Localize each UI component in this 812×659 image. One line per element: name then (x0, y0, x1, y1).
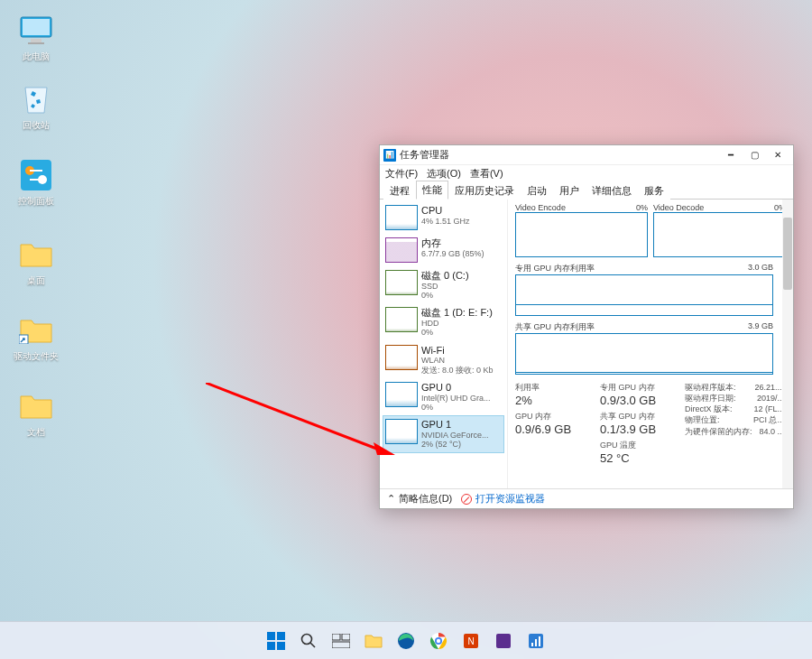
memory-sub: 6.7/7.9 GB (85%) (421, 249, 484, 258)
gpu1-sub: NVIDIA GeForce... (421, 431, 489, 440)
folder-shortcut-icon (18, 312, 54, 348)
wifi-sub: WLAN (421, 356, 494, 365)
svg-rect-12 (267, 642, 275, 650)
explorer-button[interactable] (359, 627, 388, 655)
icon-label: 控制面板 (18, 195, 54, 208)
sidebar-item-wifi[interactable]: Wi-Fi WLAN 发送: 8.0 接收: 0 Kb (383, 341, 504, 378)
spec-driver-date-label: 驱动程序日期: (685, 393, 736, 404)
gpu-thumb (385, 419, 418, 444)
disk0-title: 磁盘 0 (C:) (421, 270, 469, 282)
shared-value: 0.1/3.9 GB (600, 422, 679, 436)
desktop-icon-folder-1[interactable]: 桌面 (9, 237, 63, 287)
gpu-mem-label: GPU 内存 (515, 411, 595, 422)
wifi-title: Wi-Fi (421, 345, 494, 357)
desktop-icon-recycle-bin[interactable]: 回收站 (9, 81, 63, 132)
video-encode-label: Video Encode (515, 203, 566, 212)
scrollbar[interactable] (782, 200, 793, 488)
svg-line-8 (206, 383, 379, 450)
disk0-sub: SSD (421, 282, 469, 291)
util-value: 2% (515, 394, 595, 407)
shared-label: 共享 GPU 内存 (600, 411, 679, 422)
gpu0-title: GPU 0 (421, 382, 491, 394)
app-button-2[interactable] (489, 627, 518, 655)
spec-directx-label: DirectX 版本: (685, 404, 733, 414)
menu-options[interactable]: 选项(O) (427, 167, 461, 181)
icon-label: 桌面 (27, 274, 45, 287)
disk1-title: 磁盘 1 (D: E: F:) (421, 307, 493, 319)
app-icon: 📊 (383, 149, 396, 162)
svg-rect-25 (496, 634, 511, 648)
video-encode-graph[interactable]: Video Encode 0% (515, 203, 648, 257)
icon-label: 此电脑 (23, 51, 50, 63)
desktop-icon-this-pc[interactable]: 此电脑 (9, 13, 63, 63)
memory-title: 内存 (421, 237, 484, 249)
svg-rect-2 (31, 39, 42, 42)
svg-rect-13 (277, 642, 285, 650)
dedicated-label: 专用 GPU 内存 (600, 382, 679, 394)
desktop-icon-control-panel[interactable]: 控制面板 (9, 157, 63, 208)
prohibit-icon (461, 494, 472, 505)
close-button[interactable]: ✕ (766, 146, 789, 164)
tab-services[interactable]: 服务 (638, 181, 670, 200)
control-panel-icon (18, 157, 54, 193)
sidebar-item-disk-1[interactable]: 磁盘 1 (D: E: F:) HDD 0% (383, 303, 504, 340)
video-decode-label: Video Decode (653, 203, 704, 212)
spec-driver-ver-label: 驱动程序版本: (685, 382, 736, 393)
open-resource-monitor-link[interactable]: 打开资源监视器 (461, 492, 545, 506)
desktop-icon-folder-2[interactable]: 驱动文件夹 (9, 312, 63, 363)
icon-label: 驱动文件夹 (14, 350, 59, 363)
wifi-thumb (385, 345, 418, 370)
titlebar[interactable]: 📊 任务管理器 ━ ▢ ✕ (380, 145, 793, 165)
util-label: 利用率 (515, 382, 595, 394)
task-view-button[interactable] (327, 627, 355, 655)
chrome-button[interactable] (424, 627, 453, 655)
svg-rect-29 (539, 636, 540, 646)
tab-details[interactable]: 详细信息 (586, 181, 638, 200)
app-button-1[interactable]: N (457, 627, 485, 655)
desktop-icon-folder-3[interactable]: 文档 (9, 388, 63, 439)
tab-users[interactable]: 用户 (553, 181, 586, 200)
taskbar[interactable]: N (0, 621, 812, 659)
svg-line-15 (310, 643, 315, 647)
tab-processes[interactable]: 进程 (383, 181, 416, 200)
cpu-sub: 4% 1.51 GHz (421, 217, 470, 226)
menu-view[interactable]: 查看(V) (470, 167, 503, 181)
sidebar-item-disk-0[interactable]: 磁盘 0 (C:) SSD 0% (383, 266, 504, 303)
wifi-rate: 发送: 8.0 接收: 0 Kb (421, 366, 494, 375)
tab-app-history[interactable]: 应用历史记录 (448, 181, 521, 200)
menubar: 文件(F) 选项(O) 查看(V) (380, 165, 793, 181)
chevron-up-icon: ⌃ (387, 493, 395, 505)
search-button[interactable] (294, 627, 323, 655)
app-button-3[interactable] (521, 627, 550, 655)
maximize-button[interactable]: ▢ (743, 146, 766, 164)
tab-performance[interactable]: 性能 (416, 181, 448, 200)
svg-rect-18 (332, 642, 350, 648)
folder-icon (18, 388, 54, 424)
sidebar-item-memory[interactable]: 内存 6.7/7.9 GB (85%) (383, 234, 504, 266)
gpu0-pct: 0% (421, 403, 491, 412)
menu-file[interactable]: 文件(F) (385, 167, 418, 181)
brief-info-toggle[interactable]: ⌃简略信息(D) (387, 492, 452, 506)
sidebar-item-gpu-1[interactable]: GPU 1 NVIDIA GeForce... 2% (52 °C) (383, 415, 504, 452)
body: CPU 4% 1.51 GHz 内存 6.7/7.9 GB (85%) 磁盘 0… (380, 200, 793, 488)
sidebar-item-gpu-0[interactable]: GPU 0 Intel(R) UHD Gra... 0% (383, 378, 504, 415)
tab-startup[interactable]: 启动 (521, 181, 553, 200)
svg-rect-11 (277, 632, 285, 640)
minimize-button[interactable]: ━ (719, 146, 743, 164)
edge-button[interactable] (392, 627, 420, 655)
shared-mem-label: 共享 GPU 内存利用率 (515, 321, 595, 333)
disk1-pct: 0% (421, 328, 493, 337)
shared-mem-graph[interactable] (515, 333, 773, 375)
performance-sidebar[interactable]: CPU 4% 1.51 GHz 内存 6.7/7.9 GB (85%) 磁盘 0… (380, 200, 508, 488)
folder-icon (18, 237, 54, 273)
spec-driver-ver: 26.21.... (754, 382, 784, 393)
temp-label: GPU 温度 (600, 440, 679, 451)
sidebar-item-cpu[interactable]: CPU 4% 1.51 GHz (383, 201, 504, 234)
dedicated-mem-label: 专用 GPU 内存利用率 (515, 263, 595, 274)
footer: ⌃简略信息(D) 打开资源监视器 (380, 488, 793, 508)
start-button[interactable] (262, 627, 291, 655)
spec-location: PCI 总... (753, 414, 784, 425)
gpu-detail-pane: Video Encode 0% Video Decode 0% 专用 GPU 内… (508, 200, 793, 488)
video-decode-graph[interactable]: Video Decode 0% (653, 203, 786, 257)
dedicated-mem-graph[interactable] (515, 274, 773, 316)
